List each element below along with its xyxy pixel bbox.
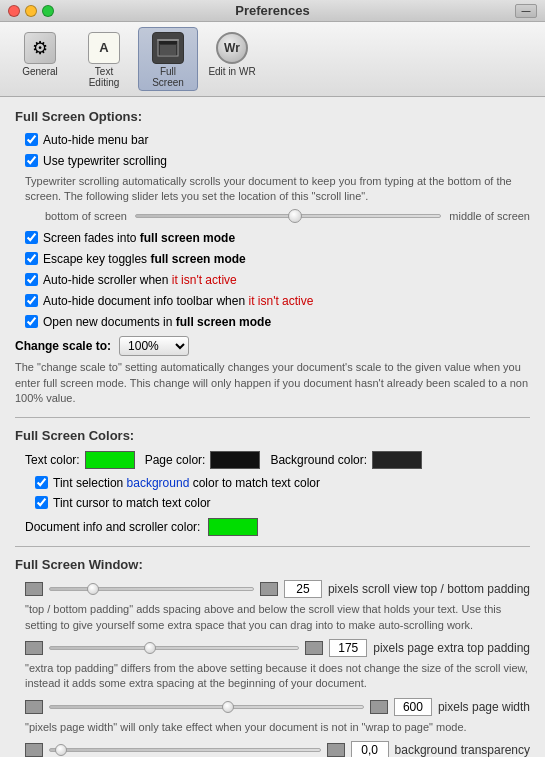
page-top-padding-value[interactable]: 175 (329, 639, 367, 657)
doc-scroller-swatch[interactable] (208, 518, 258, 536)
page-color-swatch[interactable] (210, 451, 260, 469)
title-bar: Preferences — (0, 0, 545, 22)
tint-selection-label: Tint selection background color to match… (53, 475, 320, 492)
change-scale-select[interactable]: 100% 75% 125% 150% (119, 336, 189, 356)
minimize-button[interactable] (25, 5, 37, 17)
full-screen-options-section: Full Screen Options: Auto-hide menu bar … (15, 109, 530, 407)
screen-fades-checkbox[interactable] (25, 231, 38, 244)
window-controls (8, 5, 54, 17)
svg-rect-2 (160, 45, 176, 55)
auto-hide-toolbar-checkbox[interactable] (25, 294, 38, 307)
change-scale-row: Change scale to: 100% 75% 125% 150% (15, 336, 530, 356)
svg-rect-1 (159, 41, 177, 44)
typewriter-slider-thumb[interactable] (288, 209, 302, 223)
full-screen-window-section: Full Screen Window: 25 pixels scroll vie… (15, 557, 530, 757)
scroll-padding-row: 25 pixels scroll view top / bottom paddi… (25, 580, 530, 598)
colors-main-row: Text color: Page color: Background color… (25, 451, 530, 469)
open-new-docs-row: Open new documents in full screen mode (25, 314, 530, 331)
use-typewriter-row: Use typewriter scrolling (25, 153, 530, 170)
typewriter-slider-track[interactable] (135, 214, 441, 218)
general-label: General (22, 66, 58, 77)
toolbar-item-full-screen[interactable]: Full Screen (138, 27, 198, 91)
bg-transparency-slider[interactable] (49, 748, 321, 752)
text-editing-icon: A (88, 32, 120, 64)
typewriter-slider-row: bottom of screen middle of screen (45, 210, 530, 222)
page-top-padding-left-icon (25, 641, 43, 655)
page-top-padding-desc: pixels page extra top padding (373, 641, 530, 655)
auto-hide-scroller-label: Auto-hide scroller when it isn't active (43, 272, 237, 289)
page-width-value[interactable]: 600 (394, 698, 432, 716)
toolbar-item-general[interactable]: ⚙ General (10, 27, 70, 91)
bg-transparency-desc: background transparency (395, 743, 530, 757)
auto-hide-menu-checkbox[interactable] (25, 133, 38, 146)
bg-transparency-left-icon (25, 743, 43, 757)
text-color-item: Text color: (25, 451, 135, 469)
full-screen-window-title: Full Screen Window: (15, 557, 530, 572)
screen-fades-label: Screen fades into full screen mode (43, 230, 235, 247)
auto-hide-toolbar-row: Auto-hide document info toolbar when it … (25, 293, 530, 310)
bg-transparency-right-icon (327, 743, 345, 757)
maximize-button[interactable] (42, 5, 54, 17)
background-color-swatch[interactable] (372, 451, 422, 469)
scroll-padding-slider[interactable] (49, 587, 254, 591)
tint-cursor-label: Tint cursor to match text color (53, 495, 211, 512)
page-width-slider[interactable] (49, 705, 364, 709)
page-width-left-icon (25, 700, 43, 714)
full-screen-options-title: Full Screen Options: (15, 109, 530, 124)
window-minimize-icon[interactable]: — (515, 4, 537, 18)
close-button[interactable] (8, 5, 20, 17)
toolbar-item-text-editing[interactable]: A Text Editing (74, 27, 134, 91)
typewriter-info: Typewriter scrolling automatically scrol… (25, 174, 530, 205)
tint-cursor-row: Tint cursor to match text color (35, 495, 530, 512)
page-top-padding-slider[interactable] (49, 646, 299, 650)
bg-transparency-row: 0,0 background transparency (25, 741, 530, 757)
content-area: Full Screen Options: Auto-hide menu bar … (0, 97, 545, 757)
tint-selection-checkbox[interactable] (35, 476, 48, 489)
scroll-padding-info: "top / bottom padding" adds spacing abov… (25, 602, 530, 633)
page-color-item: Page color: (145, 451, 261, 469)
escape-key-checkbox[interactable] (25, 252, 38, 265)
page-top-padding-row: 175 pixels page extra top padding (25, 639, 530, 657)
doc-scroller-row: Document info and scroller color: (25, 518, 530, 536)
full-screen-colors-section: Full Screen Colors: Text color: Page col… (15, 428, 530, 537)
auto-hide-scroller-checkbox[interactable] (25, 273, 38, 286)
text-editing-label: Text Editing (79, 66, 129, 88)
scroll-padding-desc: pixels scroll view top / bottom padding (328, 582, 530, 596)
edit-in-wr-icon: Wr (216, 32, 248, 64)
divider-1 (15, 417, 530, 418)
background-color-label: Background color: (270, 453, 367, 467)
scroll-padding-value[interactable]: 25 (284, 580, 322, 598)
page-top-padding-info: "extra top padding" differs from the abo… (25, 661, 530, 692)
auto-hide-menu-row: Auto-hide menu bar (25, 132, 530, 149)
page-width-desc: pixels page width (438, 700, 530, 714)
slider-left-label: bottom of screen (45, 210, 127, 222)
page-width-row: 600 pixels page width (25, 698, 530, 716)
auto-hide-scroller-row: Auto-hide scroller when it isn't active (25, 272, 530, 289)
screen-fades-row: Screen fades into full screen mode (25, 230, 530, 247)
slider-right-label: middle of screen (449, 210, 530, 222)
page-top-padding-right-icon (305, 641, 323, 655)
full-screen-label: Full Screen (143, 66, 193, 88)
edit-in-wr-label: Edit in WR (208, 66, 255, 77)
svg-rect-3 (157, 39, 179, 41)
escape-key-row: Escape key toggles full screen mode (25, 251, 530, 268)
tint-cursor-checkbox[interactable] (35, 496, 48, 509)
text-color-label: Text color: (25, 453, 80, 467)
full-screen-colors-title: Full Screen Colors: (15, 428, 530, 443)
full-screen-icon (152, 32, 184, 64)
escape-key-label: Escape key toggles full screen mode (43, 251, 246, 268)
open-new-docs-checkbox[interactable] (25, 315, 38, 328)
use-typewriter-checkbox[interactable] (25, 154, 38, 167)
tint-selection-row: Tint selection background color to match… (35, 475, 530, 492)
divider-2 (15, 546, 530, 547)
toolbar-item-edit-in-wr[interactable]: Wr Edit in WR (202, 27, 262, 91)
change-scale-label: Change scale to: (15, 339, 111, 353)
change-scale-info: The "change scale to" setting automatica… (15, 360, 530, 406)
page-color-label: Page color: (145, 453, 206, 467)
auto-hide-toolbar-label: Auto-hide document info toolbar when it … (43, 293, 313, 310)
bg-transparency-value[interactable]: 0,0 (351, 741, 389, 757)
text-color-swatch[interactable] (85, 451, 135, 469)
toolbar: ⚙ General A Text Editing Full Screen Wr … (0, 22, 545, 97)
page-width-info: "pixels page width" will only take effec… (25, 720, 530, 735)
doc-scroller-label: Document info and scroller color: (25, 520, 200, 534)
